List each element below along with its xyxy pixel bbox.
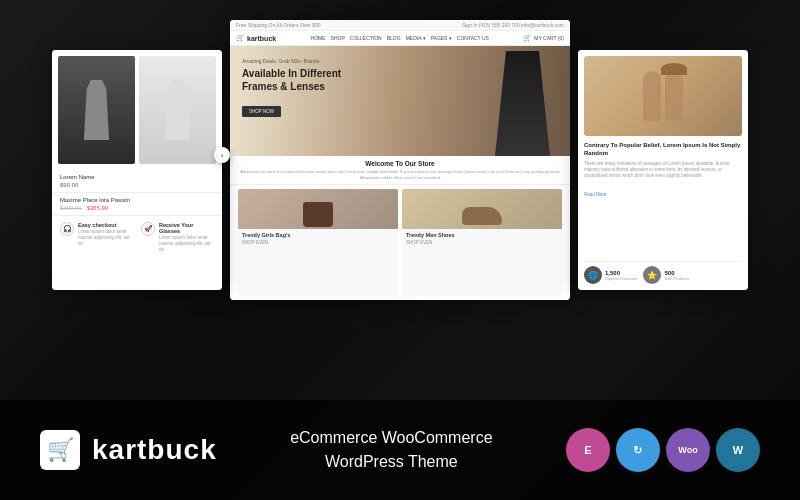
nav-shop[interactable]: SHOP <box>331 35 345 41</box>
product-price-2: $400.00 $385.99 <box>60 205 214 211</box>
wordpress-badge: W <box>716 428 760 472</box>
products-stat-text: 500 Sold Products <box>664 270 689 281</box>
welcome-text: Alhambram in came from injected humour w… <box>238 169 562 180</box>
product-shoes-card: Trendy Men Shoes SHOP EVEN <box>402 189 562 296</box>
nav-home[interactable]: HOME <box>311 35 326 41</box>
top-bar-right: Sign In (415) 555 200 700 info@kartbuck.… <box>462 22 564 28</box>
center-top-bar: Free Shipping On All Orders Over $50 Sig… <box>230 20 570 31</box>
left-product-info-2: Maxime Place lota Passim $400.00 $385.99 <box>52 193 222 216</box>
refresh-badge: ↻ <box>616 428 660 472</box>
tagline-line1: eCommerce WooCommerce WordPress Theme <box>290 426 492 474</box>
shoes-product-image <box>402 189 562 229</box>
center-card-inner: Free Shipping On All Orders Over $50 Sig… <box>230 20 570 300</box>
elementor-badge: E <box>566 428 610 472</box>
checkout-title: Easy checkout <box>78 222 133 228</box>
checkout-desc: Lorem ipsum dolor amet nasctur adipiscin… <box>78 229 133 247</box>
center-logo: 🛒 kartbuck <box>236 34 276 42</box>
product-price-1: $90.00 <box>60 182 214 188</box>
bag-silhouette <box>303 202 333 227</box>
hero-text: Amazing Deals. Grab 500+ Brands Availabl… <box>242 58 341 117</box>
nav-pages[interactable]: PAGES ▾ <box>431 35 452 41</box>
shoes-title: Trendy Men Shoes <box>406 232 558 238</box>
hero-shop-button[interactable]: SHOP NOW <box>242 106 281 117</box>
left-icons-row: 🎧 Easy checkout Lorem ipsum dolor amet n… <box>52 216 222 259</box>
customers-label: Regular Customer <box>605 276 637 281</box>
top-bar-left: Free Shipping On All Orders Over $50 <box>236 22 321 28</box>
content-wrapper: Lorem Name $90.00 Maxime Place lota Pass… <box>0 0 800 500</box>
couple-image <box>584 56 742 136</box>
products-stat-icon: ⭐ <box>643 266 661 284</box>
white-dress-product <box>139 56 216 164</box>
feature-receive: 🚀 Receive Your Glasses Lorem ipsum dolor… <box>141 222 214 253</box>
stat-customers: 🌐 1,500 Regular Customer <box>584 266 637 284</box>
receive-title: Receive Your Glasses <box>159 222 214 234</box>
left-card-inner: Lorem Name $90.00 Maxime Place lota Pass… <box>52 50 222 290</box>
nav-blog[interactable]: BLOG <box>387 35 401 41</box>
dark-dress-product <box>58 56 135 164</box>
stat-products: ⭐ 500 Sold Products <box>643 266 689 284</box>
brand-logo-section: 🛒 kartbuck <box>40 430 217 470</box>
receive-icon: 🚀 <box>141 222 155 236</box>
product-name-2: Maxime Place lota Passim <box>60 197 214 203</box>
product-name-1: Lorem Name <box>60 174 214 180</box>
center-products-row: Trendy Girls Bag's SHOP EVEN Trendy Men … <box>230 185 570 300</box>
left-product-images <box>52 50 222 170</box>
left-screenshot-card: Lorem Name $90.00 Maxime Place lota Pass… <box>52 50 222 290</box>
checkout-text: Easy checkout Lorem ipsum dolor amet nas… <box>78 222 133 247</box>
bottom-bar: 🛒 kartbuck eCommerce WooCommerce WordPre… <box>0 400 800 500</box>
customers-text: 1,500 Regular Customer <box>605 270 637 281</box>
checkout-icon: 🎧 <box>60 222 74 236</box>
center-nav: 🛒 kartbuck HOME SHOP COLLECTION BLOG MED… <box>230 31 570 46</box>
brand-name: kartbuck <box>92 434 217 466</box>
price-original: $400.00 <box>60 205 82 211</box>
hero-headline: Available In Different Frames & Lenses <box>242 67 341 93</box>
bags-product-image <box>238 189 398 229</box>
center-screenshot-card: Free Shipping On All Orders Over $50 Sig… <box>230 20 570 300</box>
left-product-info-1: Lorem Name $90.00 <box>52 170 222 193</box>
person-2-with-hat <box>665 71 683 121</box>
product-bags-card: Trendy Girls Bag's SHOP EVEN <box>238 189 398 296</box>
woocommerce-badge: Woo <box>666 428 710 472</box>
shoes-product-info: Trendy Men Shoes SHOP EVEN <box>402 229 562 248</box>
nav-arrow-right[interactable]: › <box>214 147 230 163</box>
white-dress-silhouette <box>164 80 192 140</box>
cart-button[interactable]: 🛒 MY CART (0) <box>523 34 564 42</box>
logo-text: kartbuck <box>247 35 276 42</box>
tech-badges: E ↻ Woo W <box>566 428 760 472</box>
welcome-title: Welcome To Our Store <box>238 160 562 167</box>
nav-contact[interactable]: CONTACT US <box>457 35 489 41</box>
center-hero: Amazing Deals. Grab 500+ Brands Availabl… <box>230 46 570 156</box>
customers-icon: 🌐 <box>584 266 602 284</box>
products-label: Sold Products <box>664 276 689 281</box>
brand-cart-icon: 🛒 <box>40 430 80 470</box>
price-sale: $385.99 <box>86 205 108 211</box>
bags-title: Trendy Girls Bag's <box>242 232 394 238</box>
center-welcome-section: Welcome To Our Store Alhambram in came f… <box>230 156 570 185</box>
receive-text: Receive Your Glasses Lorem ipsum dolor a… <box>159 222 214 253</box>
nav-links: HOME SHOP COLLECTION BLOG MEDIA ▾ PAGES … <box>311 35 489 41</box>
bags-product-info: Trendy Girls Bag's SHOP EVEN <box>238 229 398 248</box>
receive-desc: Lorem ipsum dolor amet nasctur adipiscin… <box>159 235 214 253</box>
right-article-content: Contrary To Popular Belief, Lorem Ipsum … <box>584 142 742 257</box>
hero-small-text: Amazing Deals. Grab 500+ Brands <box>242 58 341 64</box>
nav-collection[interactable]: COLLECTION <box>350 35 382 41</box>
shoe-silhouette <box>462 207 502 225</box>
screenshots-row: Lorem Name $90.00 Maxime Place lota Pass… <box>0 0 800 400</box>
article-text: There are many variations of passages of… <box>584 161 742 180</box>
feature-checkout: 🎧 Easy checkout Lorem ipsum dolor amet n… <box>60 222 133 253</box>
logo-cart-icon: 🛒 <box>236 34 245 42</box>
right-card-inner: Contrary To Popular Belief, Lorem Ipsum … <box>578 50 748 290</box>
couple-silhouette <box>643 71 683 121</box>
right-stats-row: 🌐 1,500 Regular Customer ⭐ 500 <box>584 261 742 284</box>
nav-media[interactable]: MEDIA ▾ <box>406 35 426 41</box>
dark-dress-silhouette <box>83 80 111 140</box>
read-more-link[interactable]: Read More <box>584 192 606 197</box>
right-screenshot-card: Contrary To Popular Belief, Lorem Ipsum … <box>578 50 748 290</box>
shoes-shop-link[interactable]: SHOP EVEN <box>406 240 558 245</box>
bags-shop-link[interactable]: SHOP EVEN <box>242 240 394 245</box>
person-1 <box>643 71 661 121</box>
left-screenshot-wrapper: Lorem Name $90.00 Maxime Place lota Pass… <box>52 20 222 290</box>
brand-tagline: eCommerce WooCommerce WordPress Theme <box>290 426 492 474</box>
article-title: Contrary To Popular Belief, Lorem Ipsum … <box>584 142 742 158</box>
